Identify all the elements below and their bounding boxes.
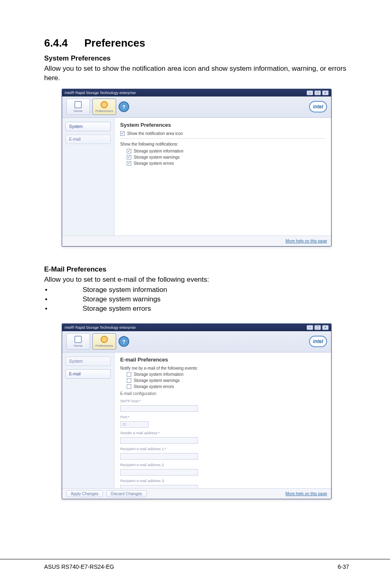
input-port[interactable]: [120, 421, 149, 428]
footer-product: ASUS RS740-E7-RS24-EG: [44, 563, 114, 570]
label-recip3: Recipient e-mail address 3:: [120, 479, 325, 483]
email-pref-description: Allow you to set to sent e-mail of the f…: [44, 275, 349, 285]
window-title-2: Intel® Rapid Storage Technology enterpri…: [65, 325, 307, 330]
nav-tab-system[interactable]: System: [65, 122, 111, 131]
screenshot-email-preferences: Intel® Rapid Storage Technology enterpri…: [62, 323, 332, 499]
label-sys-info: Storage system information: [134, 149, 184, 153]
window-close-button[interactable]: ×: [322, 90, 329, 95]
checkbox-show-icon[interactable]: [120, 131, 125, 136]
sys-pref-heading: System Preferences: [44, 54, 349, 63]
input-recip2[interactable]: [120, 469, 198, 476]
checkbox-email-err[interactable]: [127, 384, 131, 389]
toolbar-home-button[interactable]: Home: [66, 99, 90, 115]
label-email-err: Storage system errors: [134, 384, 174, 389]
label-email-warn: Storage system warnings: [134, 378, 179, 383]
label-recip2: Recipient e-mail address 2:: [120, 463, 325, 467]
nav-tab-system-2[interactable]: System: [65, 357, 111, 366]
toolbar-home-label-2: Home: [74, 344, 82, 348]
checkbox-email-info[interactable]: [127, 372, 131, 377]
panel-title-email: E-mail Preferences: [120, 357, 325, 363]
section-number: 6.4.4: [44, 37, 68, 49]
nav-tab-email-2[interactable]: E-mail: [65, 369, 111, 379]
label-recip1: Recipient e-mail address 1:*: [120, 447, 325, 451]
bullet-err: Storage system errors: [44, 304, 349, 314]
window-maximize-button-2[interactable]: □: [314, 325, 321, 330]
label-smtp: SMTP host:*: [120, 399, 325, 403]
window-title: Intel® Rapid Storage Technology enterpri…: [65, 91, 307, 95]
bullet-warn: Storage system warnings: [44, 295, 349, 304]
toolbar-preferences-label: Preferences: [95, 109, 113, 113]
checkbox-email-warn[interactable]: [127, 378, 131, 383]
footer-page-number: 6-37: [338, 563, 349, 570]
label-port: Port:*: [120, 415, 325, 419]
checkbox-sys-info[interactable]: [127, 149, 131, 153]
label-show-following: Show the following notifications:: [120, 142, 178, 146]
label-sys-warn: Storage system warnings: [134, 155, 179, 159]
intel-logo: intel: [309, 101, 327, 112]
help-link-2[interactable]: More help on this page: [285, 491, 327, 496]
sys-pref-description: Allow you to set to show the notificatio…: [44, 64, 349, 83]
help-disk-icon[interactable]: ?: [119, 101, 129, 112]
label-email-config: E-mail configuration: [120, 391, 325, 396]
window-close-button-2[interactable]: ×: [322, 325, 329, 330]
window-minimize-button[interactable]: –: [307, 90, 313, 95]
input-smtp[interactable]: [120, 405, 198, 412]
discard-button[interactable]: Discard Changes: [106, 490, 147, 497]
window-maximize-button[interactable]: □: [314, 90, 321, 95]
checkbox-sys-err[interactable]: [127, 161, 131, 166]
email-pref-heading: E-Mail Preferences: [44, 265, 349, 274]
label-email-info: Storage system information: [134, 372, 184, 377]
help-disk-icon-2[interactable]: ?: [119, 336, 129, 347]
toolbar-home-button-2[interactable]: Home: [66, 333, 90, 350]
label-notify: Notify me by e-mail of the following eve…: [120, 366, 198, 370]
bullet-info: Storage system information: [44, 285, 349, 295]
toolbar-preferences-label-2: Preferences: [95, 344, 113, 348]
label-sys-err: Storage system errors: [134, 161, 174, 166]
section-title: Preferences: [84, 37, 145, 49]
gear-icon-2: [101, 336, 108, 343]
label-sender: Sender e-mail address:*: [120, 431, 325, 435]
home-icon-2: [74, 336, 82, 343]
apply-button[interactable]: Apply Changes: [66, 490, 103, 497]
intel-logo-2: intel: [309, 336, 327, 347]
toolbar-home-label: Home: [74, 109, 82, 113]
toolbar-preferences-button[interactable]: Preferences: [92, 99, 116, 115]
gear-icon: [101, 101, 108, 108]
panel-title-system: System Preferences: [120, 122, 325, 128]
home-icon: [74, 101, 82, 108]
screenshot-system-preferences: Intel® Rapid Storage Technology enterpri…: [62, 89, 332, 247]
page-footer: ASUS RS740-E7-RS24-EG 6-37: [0, 559, 390, 570]
checkbox-sys-warn[interactable]: [127, 155, 131, 159]
nav-tab-email[interactable]: E-mail: [65, 135, 111, 144]
input-recip3[interactable]: [120, 485, 198, 488]
input-sender[interactable]: [120, 437, 198, 444]
side-navigation-2: System E-mail: [62, 352, 114, 488]
toolbar-preferences-button-2[interactable]: Preferences: [92, 333, 116, 350]
input-recip1[interactable]: [120, 453, 198, 460]
side-navigation: System E-mail: [62, 118, 114, 236]
help-link[interactable]: More help on this page: [285, 239, 327, 243]
window-minimize-button-2[interactable]: –: [307, 325, 313, 330]
label-show-icon: Show the notification area icon: [127, 131, 183, 136]
